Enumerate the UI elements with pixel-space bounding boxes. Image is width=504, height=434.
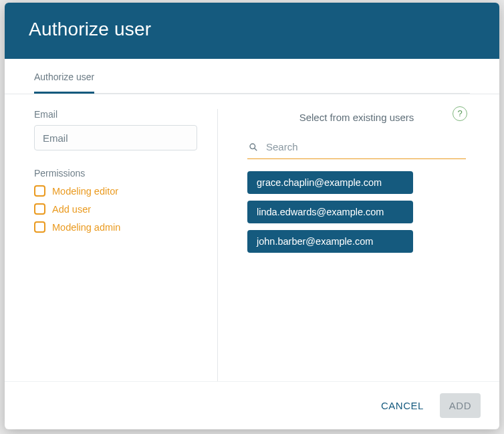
checkbox-icon bbox=[34, 221, 45, 233]
dialog-title: Authorize user bbox=[29, 19, 475, 40]
dialog-body: Email Permissions Modeling editor Add us… bbox=[5, 94, 499, 381]
search-field-wrap[interactable] bbox=[247, 138, 466, 159]
search-input[interactable] bbox=[265, 140, 465, 153]
permission-label: Modeling admin bbox=[52, 222, 120, 233]
authorize-user-dialog: Authorize user Authorize user Email Perm… bbox=[5, 3, 499, 429]
checkbox-icon bbox=[34, 185, 45, 197]
right-column: ? Select from existing users grace.chapl… bbox=[218, 109, 470, 381]
existing-users-title: Select from existing users bbox=[243, 112, 470, 123]
permission-label: Modeling editor bbox=[52, 186, 118, 197]
search-icon bbox=[249, 142, 258, 152]
svg-line-1 bbox=[255, 148, 257, 150]
user-chip[interactable]: grace.chaplin@example.com bbox=[247, 171, 413, 194]
add-button[interactable]: ADD bbox=[440, 393, 481, 418]
existing-users-list: grace.chaplin@example.com linda.edwards@… bbox=[243, 171, 470, 259]
help-icon[interactable]: ? bbox=[453, 106, 467, 121]
permission-modeling-admin[interactable]: Modeling admin bbox=[34, 221, 197, 233]
checkbox-icon bbox=[34, 203, 45, 215]
user-chip[interactable]: linda.edwards@example.com bbox=[247, 201, 413, 223]
svg-point-0 bbox=[250, 144, 255, 149]
permissions-label: Permissions bbox=[34, 168, 197, 179]
tabs-row: Authorize user bbox=[5, 59, 499, 94]
permission-label: Add user bbox=[52, 204, 91, 215]
permission-add-user[interactable]: Add user bbox=[34, 203, 197, 215]
cancel-button[interactable]: CANCEL bbox=[376, 393, 429, 418]
permission-modeling-editor[interactable]: Modeling editor bbox=[34, 185, 197, 197]
email-label: Email bbox=[34, 109, 197, 120]
tab-authorize-user[interactable]: Authorize user bbox=[34, 72, 94, 94]
user-chip[interactable]: john.barber@example.com bbox=[247, 230, 413, 253]
left-column: Email Permissions Modeling editor Add us… bbox=[34, 109, 218, 381]
dialog-footer: CANCEL ADD bbox=[5, 381, 499, 429]
email-field[interactable] bbox=[34, 125, 197, 150]
dialog-header: Authorize user bbox=[5, 3, 499, 59]
